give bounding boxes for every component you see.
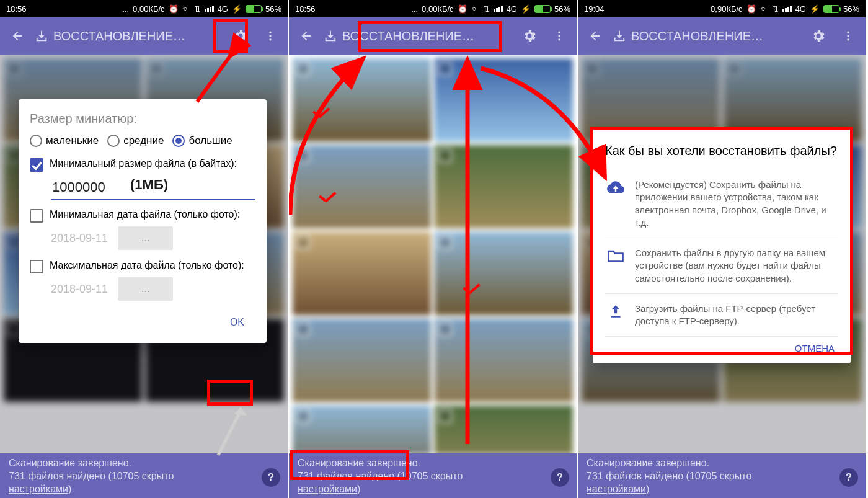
download-icon (35, 29, 48, 43)
updown-icon: ⇅ (483, 4, 490, 14)
highlight-title (358, 21, 502, 52)
settings-button[interactable] (804, 21, 833, 51)
signal-icon (782, 6, 792, 12)
footer-settings-link[interactable]: настройками (298, 484, 357, 494)
battery-icon (534, 5, 551, 13)
back-button[interactable] (291, 21, 321, 51)
checkmark-icon (463, 285, 481, 298)
overflow-button[interactable] (255, 21, 285, 51)
charge-icon: ⚡ (521, 4, 531, 14)
wifi-icon: ᯤ (760, 4, 768, 14)
footer-settings-link[interactable]: настройками (9, 484, 68, 494)
screenshot-3: 19:04 0,90КБ/с ⏰ᯤ⇅ 4G⚡ 56% ВОССТАНОВЛЕНИ… (578, 0, 867, 498)
back-button[interactable] (580, 21, 610, 51)
svg-point-7 (847, 35, 849, 37)
charge-icon: ⚡ (810, 4, 820, 14)
footer-count: 731 файлов найдено (9, 471, 105, 481)
max-date-picker[interactable]: ... (118, 277, 173, 301)
max-date-value: 2018-09-11 (51, 283, 108, 296)
status-batt: 56% (265, 4, 281, 14)
settings-button[interactable] (515, 21, 544, 51)
settings-dialog: Размер миниатюр: маленькие средние больш… (19, 99, 267, 343)
radio-large[interactable]: большие (172, 135, 232, 147)
highlight-footer-count (290, 450, 409, 480)
min-date-picker[interactable]: ... (118, 226, 173, 250)
status-time: 19:04 (584, 4, 604, 14)
highlight-dialog (590, 127, 853, 355)
help-button[interactable]: ? (551, 468, 569, 487)
updown-icon: ⇅ (194, 4, 201, 14)
alarm-icon: ⏰ (746, 4, 756, 14)
footer: Сканирование завершено. 731 файлов найде… (0, 453, 288, 498)
min-date-value: 2018-09-11 (51, 232, 108, 245)
screenshot-1: 18:56 ... 0,00КБ/с ⏰ ᯤ ⇅ 4G ⚡ 56% ВОССТА… (0, 0, 289, 498)
battery-icon (823, 5, 839, 13)
radio-small[interactable]: маленькие (30, 135, 99, 147)
photo-grid (289, 55, 577, 455)
dialog-title: Размер миниатюр: (30, 112, 255, 126)
footer: Сканирование завершено. 731 файлов найде… (578, 453, 866, 498)
svg-point-6 (847, 32, 849, 33)
checkbox-min-size[interactable]: Минимальный размер файла (в байтах): (30, 158, 255, 172)
checkbox-max-date[interactable]: Максимальная дата файла (только фото): (30, 260, 255, 273)
highlight-settings (213, 19, 248, 53)
updown-icon: ⇅ (772, 4, 779, 14)
checkmark-icon (319, 193, 337, 206)
alarm-icon: ⏰ (458, 4, 467, 14)
svg-point-3 (558, 32, 560, 33)
svg-point-1 (269, 35, 271, 37)
svg-point-5 (558, 38, 560, 40)
help-button[interactable]: ? (839, 468, 858, 487)
svg-point-8 (847, 38, 849, 40)
svg-point-2 (269, 38, 271, 40)
download-icon (324, 29, 337, 43)
overflow-button[interactable] (833, 21, 863, 51)
footer-line1: Сканирование завершено. (9, 457, 279, 470)
wifi-icon: ᯤ (471, 4, 479, 14)
svg-point-4 (558, 35, 560, 37)
status-bar: 19:04 0,90КБ/с ⏰ᯤ⇅ 4G⚡ 56% (578, 0, 866, 17)
appbar-title: ВОССТАНОВЛЕНИЕ… (53, 29, 185, 43)
help-button[interactable]: ? (262, 468, 280, 487)
signal-icon (494, 6, 503, 12)
signal-icon (205, 6, 214, 12)
charge-icon: ⚡ (232, 4, 242, 14)
footer-count: 731 файлов найдено (587, 471, 683, 481)
annotation-1mb: (1МБ) (130, 177, 168, 193)
status-net: 0,00КБ/с (133, 4, 165, 14)
alarm-icon: ⏰ (169, 4, 179, 14)
radio-medium[interactable]: средние (107, 135, 164, 147)
battery-icon (246, 5, 262, 13)
footer-line1: Сканирование завершено. (587, 457, 857, 470)
status-bar: 18:56 ...0,00КБ/с ⏰ᯤ⇅ 4G⚡ 56% (289, 0, 577, 17)
checkmark-icon (312, 109, 331, 122)
svg-point-0 (269, 32, 271, 33)
ok-button[interactable]: OK (219, 311, 255, 334)
status-bar: 18:56 ... 0,00КБ/с ⏰ ᯤ ⇅ 4G ⚡ 56% (0, 0, 288, 17)
overflow-button[interactable] (544, 21, 574, 51)
appbar-title: ВОССТАНОВЛЕНИЕ… (631, 29, 763, 43)
download-icon (613, 29, 626, 43)
status-time: 18:56 (6, 4, 27, 14)
highlight-ok (207, 380, 253, 406)
checkbox-min-date[interactable]: Минимальная дата файла (только фото): (30, 209, 255, 223)
wifi-icon: ᯤ (182, 4, 190, 14)
footer-settings-link[interactable]: настройками (587, 484, 646, 494)
back-button[interactable] (2, 21, 32, 51)
status-gen: 4G (218, 4, 228, 14)
status-time: 18:56 (295, 4, 316, 14)
screenshot-2: 18:56 ...0,00КБ/с ⏰ᯤ⇅ 4G⚡ 56% ВОССТАНОВЛ… (289, 0, 578, 498)
app-bar: ВОССТАНОВЛЕНИЕ… (578, 17, 866, 55)
